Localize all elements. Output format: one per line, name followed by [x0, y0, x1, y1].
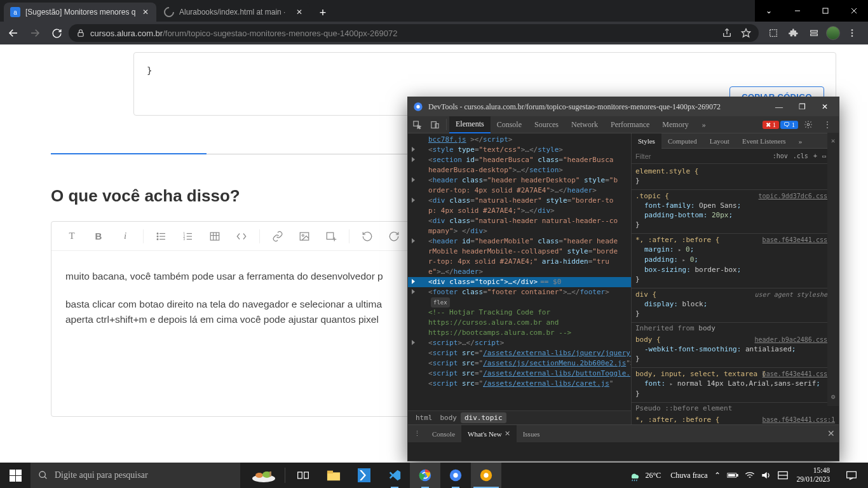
- tab-performance[interactable]: Performance: [604, 116, 656, 133]
- more-icon[interactable]: ⋮: [818, 116, 836, 133]
- battery-icon[interactable]: [727, 471, 738, 479]
- styles-rules[interactable]: element.style {} topic.9dd37dc6.css:1.to…: [632, 164, 839, 424]
- clock[interactable]: 15:4829/01/2023: [794, 466, 832, 484]
- tab-network[interactable]: Network: [565, 116, 604, 133]
- svg-point-18: [157, 233, 158, 234]
- error-badge[interactable]: ✖ 1: [763, 121, 779, 129]
- tray-chevron-icon[interactable]: ⌃: [714, 471, 721, 480]
- drawer-tab-console[interactable]: Console: [426, 425, 461, 443]
- forward-button[interactable]: [25, 24, 44, 43]
- chrome-icon[interactable]: [410, 463, 440, 488]
- crumb-html[interactable]: html: [412, 412, 437, 423]
- news-widget-icon[interactable]: [245, 465, 282, 485]
- hov-toggle[interactable]: :hov: [773, 152, 788, 159]
- close-button[interactable]: ✕: [816, 98, 834, 116]
- chrome-canary-icon[interactable]: [471, 463, 501, 488]
- back-button[interactable]: [4, 24, 23, 43]
- menu-dots-icon[interactable]: [844, 25, 860, 41]
- tab-memory[interactable]: Memory: [656, 116, 695, 133]
- reload-button[interactable]: [47, 24, 66, 43]
- maximize-button[interactable]: [811, 0, 840, 22]
- system-tray: 26°C Chuva fraca ⌃ 15:4829/01/2023: [625, 463, 868, 488]
- inspect-element-icon[interactable]: [408, 116, 426, 133]
- cls-toggle[interactable]: .cls: [793, 152, 808, 159]
- close-window-button[interactable]: [840, 0, 869, 22]
- task-view-icon[interactable]: [288, 463, 318, 488]
- tab-computed[interactable]: Computed: [661, 133, 703, 149]
- weather-temp: 26°C: [645, 471, 661, 480]
- breadcrumb[interactable]: html body div.topic: [408, 410, 631, 424]
- gear-icon[interactable]: ⚙: [831, 393, 836, 401]
- separator: [143, 229, 144, 243]
- more-tabs-icon[interactable]: »: [695, 116, 713, 133]
- svg-rect-49: [304, 472, 309, 478]
- volume-icon[interactable]: [761, 471, 771, 480]
- chrome-icon[interactable]: [440, 463, 471, 488]
- browser-tab[interactable]: Alurabooks/index.html at main · ✕: [158, 3, 310, 22]
- maximize-button[interactable]: ❐: [793, 98, 811, 116]
- svg-rect-47: [269, 471, 271, 477]
- table-button[interactable]: [203, 225, 226, 248]
- gear-icon[interactable]: [799, 116, 817, 133]
- device-toggle-icon[interactable]: [426, 116, 444, 133]
- language-icon[interactable]: [778, 471, 788, 480]
- chrome-chevron-button[interactable]: ⌄: [755, 0, 783, 22]
- elements-panel[interactable]: bcc78f.js ></script> <style type="text/c…: [408, 133, 632, 424]
- italic-button[interactable]: i: [114, 225, 137, 248]
- minimize-button[interactable]: [783, 0, 812, 22]
- bookmark-icon[interactable]: [741, 28, 751, 38]
- close-icon[interactable]: ✕: [505, 430, 510, 438]
- heading-button[interactable]: T: [60, 225, 83, 248]
- ordered-list-button[interactable]: 123: [177, 225, 200, 248]
- info-badge[interactable]: 🗨 1: [780, 121, 798, 129]
- taskbar-search[interactable]: Digite aqui para pesquisar: [31, 463, 240, 488]
- styles-filter-input[interactable]: [635, 152, 768, 160]
- minimize-button[interactable]: —: [770, 98, 788, 116]
- drawer-tab-whatsnew[interactable]: What's New✕: [461, 425, 517, 443]
- profile-avatar[interactable]: [826, 26, 840, 40]
- undo-button[interactable]: [356, 225, 379, 248]
- wifi-icon[interactable]: [745, 471, 755, 480]
- bullet-list-button[interactable]: [150, 225, 173, 248]
- new-style-icon[interactable]: +: [813, 152, 817, 159]
- more-tabs-icon[interactable]: »: [792, 133, 809, 149]
- svg-rect-48: [298, 472, 302, 478]
- bold-button[interactable]: B: [87, 225, 110, 248]
- tab-layout[interactable]: Layout: [703, 133, 736, 149]
- tab-elements[interactable]: Elements: [449, 116, 491, 133]
- image-plus-button[interactable]: [320, 225, 342, 248]
- svg-point-19: [157, 236, 158, 237]
- drawer-menu-icon[interactable]: ⋮: [408, 425, 426, 442]
- code-button[interactable]: [230, 225, 253, 248]
- tab-event-listeners[interactable]: Event Listeners: [736, 133, 792, 149]
- close-icon[interactable]: ✕: [831, 137, 836, 145]
- start-button[interactable]: [0, 463, 31, 488]
- link-button[interactable]: [266, 225, 289, 248]
- box-icon[interactable]: ▭: [822, 152, 826, 159]
- crumb-body[interactable]: body: [437, 412, 461, 423]
- tab-sources[interactable]: Sources: [528, 116, 565, 133]
- address-bar[interactable]: cursos.alura.com.br/forum/topico-sugesta…: [69, 24, 759, 42]
- weather-widget[interactable]: 26°C Chuva fraca: [628, 469, 707, 482]
- notifications-icon[interactable]: [839, 463, 864, 488]
- svg-rect-9: [770, 30, 777, 37]
- crumb-selected[interactable]: div.topic: [461, 412, 506, 423]
- devtools-titlebar[interactable]: DevTools - cursos.alura.com.br/forum/top…: [408, 97, 839, 116]
- file-explorer-icon[interactable]: [318, 463, 349, 488]
- new-tab-button[interactable]: +: [314, 4, 332, 22]
- browser-tab-active[interactable]: a [Sugestão] Monitores menores q ✕: [4, 3, 156, 22]
- extension-icon[interactable]: [806, 25, 822, 41]
- share-icon[interactable]: [722, 28, 732, 38]
- drawer-close-icon[interactable]: ✕: [827, 428, 835, 439]
- redo-button[interactable]: [383, 225, 405, 248]
- tab-console[interactable]: Console: [491, 116, 528, 133]
- image-button[interactable]: [293, 225, 316, 248]
- vscode-icon[interactable]: [379, 463, 410, 488]
- extensions-puzzle-icon[interactable]: [785, 25, 802, 41]
- app-icon[interactable]: [349, 463, 379, 488]
- tab-styles[interactable]: Styles: [632, 133, 661, 149]
- drawer-tab-issues[interactable]: Issues: [517, 425, 546, 443]
- tab-close-icon[interactable]: ✕: [141, 8, 150, 17]
- tab-close-icon[interactable]: ✕: [295, 8, 304, 17]
- extension-icon[interactable]: [765, 25, 782, 41]
